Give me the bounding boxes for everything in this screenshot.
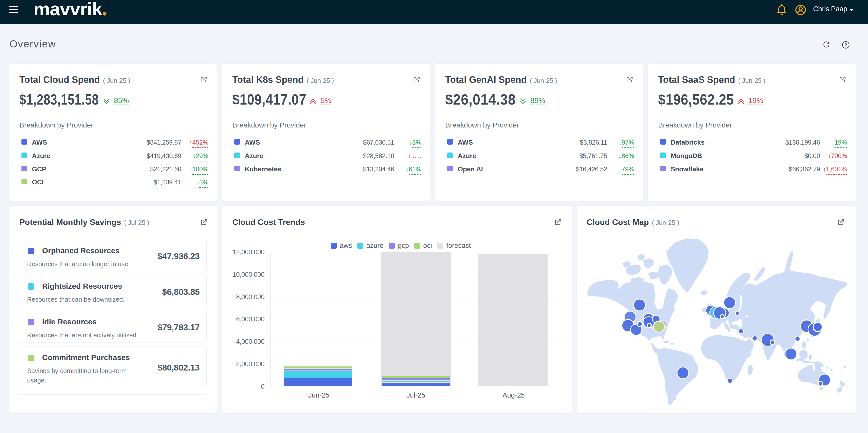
svg-text:?: ?	[844, 42, 847, 47]
